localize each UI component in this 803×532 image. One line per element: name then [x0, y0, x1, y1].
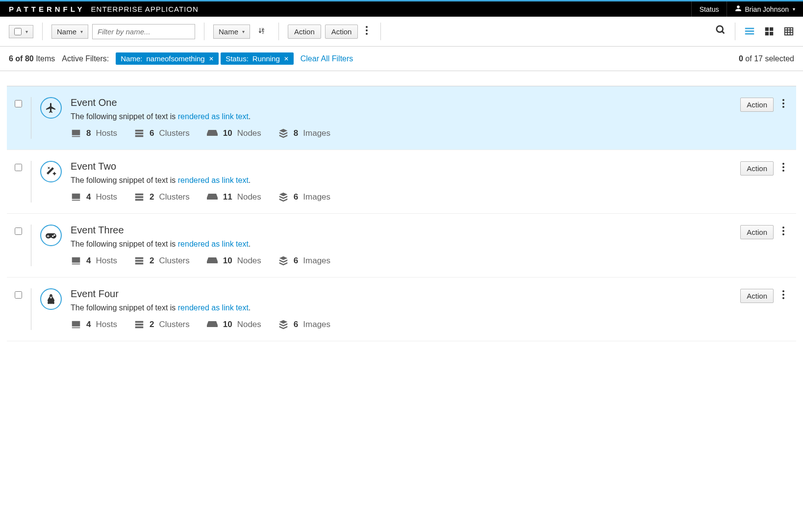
- svg-point-4: [366, 33, 368, 35]
- row-description: The following snippet of text is rendere…: [71, 304, 731, 312]
- toolbar: ▾ Name ▾ Name ▾ AZ Action Action: [0, 17, 803, 47]
- svg-rect-25: [135, 194, 144, 196]
- svg-rect-31: [135, 257, 144, 259]
- stat-images: 8 Images: [278, 128, 330, 139]
- bulk-select-checkbox[interactable]: ▾: [9, 25, 33, 38]
- row-kebab[interactable]: [778, 97, 788, 112]
- svg-text:Z: Z: [262, 31, 264, 34]
- chip-key: Name:: [121, 54, 142, 63]
- row-checkbox[interactable]: [15, 291, 22, 299]
- brand-sub: ENTERPRISE APPLICATION: [91, 5, 199, 13]
- svg-rect-32: [135, 260, 144, 262]
- row-link[interactable]: rendered as link text: [178, 240, 249, 248]
- svg-point-40: [782, 290, 784, 292]
- brand: PATTERNFLY ENTERPRISE APPLICATION: [0, 5, 207, 13]
- divider: [31, 161, 31, 203]
- toolbar-kebab[interactable]: [362, 24, 372, 39]
- stat-clusters: 2 Clusters: [134, 192, 190, 203]
- list-view: Event One The following snippet of text …: [7, 86, 796, 341]
- svg-point-22: [782, 99, 784, 101]
- search-icon[interactable]: [715, 25, 726, 38]
- stat-hosts: 4 Hosts: [71, 255, 117, 266]
- chevron-down-icon: ▾: [793, 6, 795, 12]
- svg-point-5: [717, 26, 723, 32]
- row-checkbox[interactable]: [15, 164, 22, 171]
- row-title: Event Two: [71, 161, 731, 172]
- user-name: Brian Johnson: [745, 5, 789, 13]
- svg-point-34: [782, 227, 784, 228]
- caret-down-icon: ▾: [80, 29, 83, 34]
- row-stats: 4 Hosts 2 Clusters 11 Nodes 6 Images: [71, 192, 731, 203]
- user-icon: [735, 5, 742, 13]
- clear-all-filters[interactable]: Clear All Filters: [301, 54, 353, 63]
- user-menu[interactable]: Brian Johnson ▾: [727, 1, 803, 17]
- stat-nodes: 11 Nodes: [206, 192, 261, 202]
- wand-icon: [40, 161, 62, 182]
- filter-chip: Status: Running ✕: [221, 52, 294, 65]
- svg-point-2: [366, 26, 368, 28]
- stat-nodes: 10 Nodes: [206, 128, 261, 138]
- svg-point-28: [782, 163, 784, 165]
- list-row[interactable]: Event One The following snippet of text …: [7, 86, 796, 150]
- selection-count: 0 of 17 selected: [739, 54, 794, 63]
- divider: [31, 97, 31, 139]
- row-action-button[interactable]: Action: [740, 98, 774, 112]
- sort-direction-toggle[interactable]: AZ: [254, 25, 270, 38]
- row-kebab[interactable]: [778, 161, 788, 176]
- row-checkbox[interactable]: [15, 100, 22, 107]
- table-view-icon[interactable]: [783, 26, 794, 37]
- row-kebab[interactable]: [778, 225, 788, 240]
- filter-field-select[interactable]: Name ▾: [51, 25, 88, 39]
- svg-point-3: [366, 29, 368, 31]
- row-description: The following snippet of text is rendere…: [71, 176, 731, 185]
- row-checkbox[interactable]: [15, 228, 22, 235]
- svg-point-41: [782, 294, 784, 296]
- chip-remove-icon[interactable]: ✕: [209, 55, 214, 62]
- chip-remove-icon[interactable]: ✕: [284, 55, 289, 62]
- row-stats: 4 Hosts 2 Clusters 10 Nodes 6 Images: [71, 319, 731, 330]
- tile-view-icon[interactable]: [764, 26, 775, 37]
- stat-hosts: 8 Hosts: [71, 128, 117, 139]
- gamepad-icon: [40, 225, 62, 246]
- row-link[interactable]: rendered as link text: [178, 112, 249, 121]
- action-button-1[interactable]: Action: [288, 25, 321, 39]
- svg-point-35: [782, 230, 784, 232]
- caret-down-icon: ▾: [25, 29, 28, 34]
- row-title: Event One: [71, 97, 731, 108]
- row-action-button[interactable]: Action: [740, 289, 774, 303]
- row-kebab[interactable]: [778, 288, 788, 304]
- status-menu[interactable]: Status: [691, 1, 727, 17]
- row-title: Event Three: [71, 225, 731, 236]
- filter-field-label: Name: [57, 27, 76, 36]
- list-row[interactable]: Event Two The following snippet of text …: [7, 150, 796, 214]
- row-description: The following snippet of text is rendere…: [71, 112, 731, 121]
- sort-field-select[interactable]: Name ▾: [213, 25, 250, 39]
- list-row[interactable]: Event Three The following snippet of tex…: [7, 214, 796, 278]
- list-view-icon[interactable]: [744, 26, 755, 37]
- stat-nodes: 10 Nodes: [206, 320, 261, 329]
- active-filters-label: Active Filters:: [62, 54, 109, 63]
- stat-clusters: 2 Clusters: [134, 255, 190, 266]
- stat-hosts: 4 Hosts: [71, 192, 117, 203]
- svg-rect-8: [745, 30, 754, 32]
- row-action-button[interactable]: Action: [740, 161, 774, 176]
- row-link[interactable]: rendered as link text: [178, 304, 249, 312]
- svg-rect-9: [745, 33, 754, 35]
- svg-rect-33: [135, 263, 144, 265]
- status-label: Status: [700, 5, 719, 13]
- svg-rect-26: [135, 196, 144, 198]
- filter-input[interactable]: [92, 24, 195, 39]
- chip-value: nameofsomething: [146, 54, 204, 63]
- chip-key: Status:: [226, 54, 249, 63]
- bulk-checkbox[interactable]: [14, 28, 22, 35]
- row-link[interactable]: rendered as link text: [178, 176, 249, 184]
- action-button-2[interactable]: Action: [325, 25, 358, 39]
- row-description: The following snippet of text is rendere…: [71, 240, 731, 249]
- list-row[interactable]: Event Four The following snippet of text…: [7, 278, 796, 341]
- row-action-button[interactable]: Action: [740, 225, 774, 239]
- stat-images: 6 Images: [278, 192, 330, 203]
- svg-rect-12: [765, 32, 769, 35]
- stat-clusters: 2 Clusters: [134, 319, 190, 330]
- stat-nodes: 10 Nodes: [206, 256, 261, 266]
- row-title: Event Four: [71, 288, 731, 300]
